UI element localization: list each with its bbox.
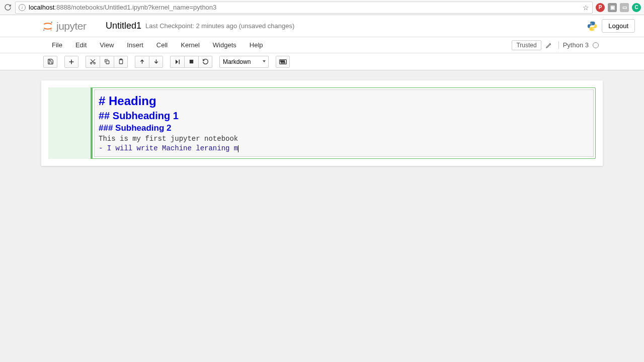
move-down-button[interactable]: [149, 56, 163, 68]
menu-view[interactable]: View: [93, 38, 120, 52]
md-heading-1: # Heading: [99, 94, 156, 108]
extension-p-icon[interactable]: P: [596, 3, 605, 12]
bookmark-star-icon[interactable]: ☆: [583, 4, 589, 12]
text-cursor: [238, 145, 238, 152]
cell-editor[interactable]: # Heading ## Subheading 1 ### Subheading…: [94, 89, 594, 157]
svg-marker-16: [176, 59, 178, 64]
kernel-name[interactable]: Python 3: [558, 41, 589, 49]
menubar: File Edit View Insert Cell Kernel Widget…: [0, 37, 644, 53]
cell-type-select[interactable]: Markdown: [219, 56, 269, 68]
command-palette-button[interactable]: [276, 56, 290, 68]
svg-point-2: [51, 29, 52, 30]
menu-cell[interactable]: Cell: [150, 38, 174, 52]
md-heading-2: ## Subheading 1: [99, 110, 179, 121]
notebook-body: # Heading ## Subheading 1 ### Subheading…: [0, 70, 644, 362]
svg-point-0: [51, 21, 53, 23]
url-bar[interactable]: i localhost:8888/notebooks/Untitled1.ipy…: [15, 2, 593, 14]
python-icon: [587, 21, 598, 32]
toolbar: Markdown: [0, 53, 644, 70]
menu-insert[interactable]: Insert: [120, 38, 150, 52]
svg-point-4: [593, 29, 594, 29]
svg-rect-17: [179, 59, 180, 64]
restart-button[interactable]: [198, 56, 212, 68]
md-list-marker: -: [99, 144, 107, 152]
md-text-line: This is my first jupyter notebook: [99, 135, 238, 143]
kernel-status-icon: [593, 42, 599, 48]
svg-rect-18: [190, 60, 193, 63]
svg-rect-11: [106, 61, 109, 64]
jupyter-logo[interactable]: jupyter: [41, 20, 87, 33]
run-button[interactable]: [170, 56, 184, 68]
jupyter-logo-text: jupyter: [56, 20, 87, 32]
interrupt-button[interactable]: [184, 56, 198, 68]
svg-point-3: [591, 22, 591, 23]
site-info-icon[interactable]: i: [19, 4, 26, 11]
save-button[interactable]: [43, 56, 57, 68]
svg-rect-20: [280, 60, 281, 61]
svg-point-1: [43, 29, 45, 31]
md-heading-3: ### Subheading 2: [99, 123, 172, 133]
paste-button[interactable]: [114, 56, 128, 68]
menu-kernel[interactable]: Kernel: [174, 38, 206, 52]
menu-widgets[interactable]: Widgets: [206, 38, 243, 52]
insert-cell-button[interactable]: [64, 56, 78, 68]
copy-button[interactable]: [100, 56, 114, 68]
extension-c-icon[interactable]: C: [632, 3, 641, 12]
menu-file[interactable]: File: [45, 38, 69, 52]
menu-help[interactable]: Help: [243, 38, 270, 52]
extension-gray-icon[interactable]: ▣: [608, 3, 617, 12]
logout-button[interactable]: Logout: [602, 19, 635, 33]
pencil-icon[interactable]: [545, 42, 552, 49]
svg-rect-21: [282, 60, 283, 61]
cut-button[interactable]: [86, 56, 100, 68]
move-up-button[interactable]: [135, 56, 149, 68]
jupyter-logo-icon: [41, 20, 54, 33]
notebook-title[interactable]: Untitled1: [106, 21, 141, 31]
checkpoint-status: Last Checkpoint: 2 minutes ago (unsaved …: [145, 22, 294, 30]
notebook-container: # Heading ## Subheading 1 ### Subheading…: [41, 80, 603, 166]
url-text: localhost:8888/notebooks/Untitled1.ipynb…: [29, 4, 580, 11]
extension-icons: P ▣ ▭ C: [596, 3, 641, 12]
markdown-cell[interactable]: # Heading ## Subheading 1 ### Subheading…: [48, 87, 596, 159]
extension-stack-icon[interactable]: ▭: [620, 3, 629, 12]
trusted-badge[interactable]: Trusted: [512, 40, 541, 50]
reload-button[interactable]: [3, 3, 12, 12]
notebook-header: jupyter Untitled1 Last Checkpoint: 2 min…: [0, 15, 644, 37]
md-list-text: I will write Machine leraning m: [107, 144, 238, 152]
cell-prompt: [48, 87, 93, 159]
svg-rect-23: [281, 62, 285, 63]
svg-rect-22: [283, 60, 284, 61]
browser-address-bar: i localhost:8888/notebooks/Untitled1.ipy…: [0, 0, 644, 15]
menu-edit[interactable]: Edit: [69, 38, 93, 52]
